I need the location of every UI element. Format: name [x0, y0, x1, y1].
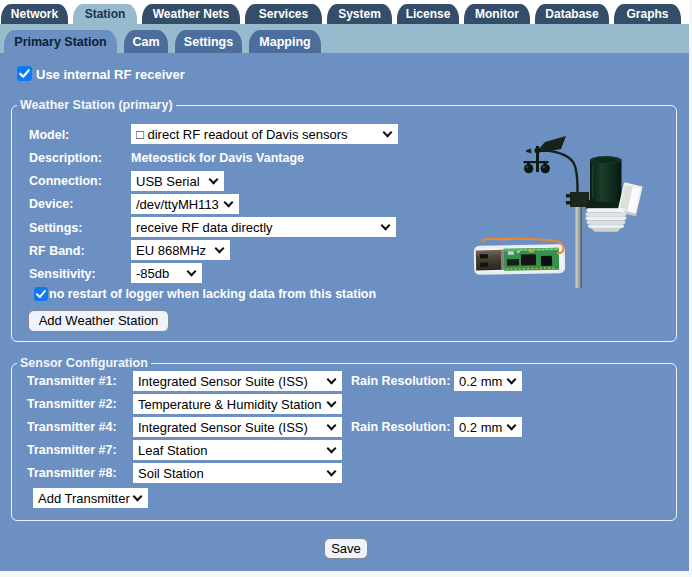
- connection-label: Connection:: [29, 174, 102, 188]
- tab-services[interactable]: Services: [245, 4, 322, 24]
- no-restart-label: no restart of logger when lacking data f…: [49, 287, 376, 301]
- sensitivity-select[interactable]: -85db: [131, 263, 202, 283]
- transmitter-2-select[interactable]: Temperature & Humidity Station: [133, 394, 342, 414]
- select-value: receive RF data directly: [136, 220, 378, 235]
- tab-license[interactable]: License: [397, 4, 459, 24]
- use-internal-rf-checkbox[interactable]: [17, 66, 32, 81]
- model-label: Model:: [29, 128, 69, 142]
- primary-tab-bar: Network Station Weather Nets Services Sy…: [0, 0, 689, 24]
- select-value: Leaf Station: [138, 443, 324, 458]
- select-value: 0.2 mm: [459, 374, 504, 389]
- rf-band-select[interactable]: EU 868MHz: [131, 240, 230, 260]
- chevron-down-icon: [327, 421, 337, 431]
- tab-station[interactable]: Station: [73, 4, 137, 24]
- chevron-down-icon: [327, 398, 337, 408]
- select-value: Soil Station: [138, 466, 324, 481]
- select-value: EU 868MHz: [136, 243, 212, 258]
- tab-network[interactable]: Network: [1, 4, 68, 24]
- save-button[interactable]: Save: [324, 538, 368, 559]
- chevron-down-icon: [507, 375, 517, 385]
- tab-settings[interactable]: Settings: [175, 30, 242, 53]
- select-value: -85db: [136, 266, 184, 281]
- transmitter-1-select[interactable]: Integrated Sensor Suite (ISS): [133, 371, 342, 391]
- weather-station-legend: Weather Station (primary): [17, 99, 176, 112]
- transmitter-7-select[interactable]: Leaf Station: [133, 440, 342, 460]
- select-value: Integrated Sensor Suite (ISS): [138, 374, 324, 389]
- rain-resolution-1-select[interactable]: 0.2 mm: [454, 371, 522, 391]
- select-value: USB Serial: [136, 174, 206, 189]
- tab-system[interactable]: System: [327, 4, 392, 24]
- tab-cam[interactable]: Cam: [124, 30, 168, 53]
- primary-station-panel: Use internal RF receiver Weather Station…: [0, 53, 689, 571]
- tab-weather-nets[interactable]: Weather Nets: [142, 4, 240, 24]
- rf-band-label: RF Band:: [29, 244, 85, 258]
- description-value: Meteostick for Davis Vantage: [131, 151, 304, 165]
- add-weather-station-button[interactable]: Add Weather Station: [28, 310, 169, 332]
- rain-resolution-4-select[interactable]: 0.2 mm: [454, 417, 522, 437]
- transmitter-4-label: Transmitter #4:: [27, 420, 117, 434]
- settings-label: Settings:: [29, 221, 82, 235]
- no-restart-checkbox[interactable]: [34, 287, 48, 301]
- connection-select[interactable]: USB Serial: [131, 171, 224, 191]
- settings-select[interactable]: receive RF data directly: [131, 217, 396, 237]
- rain-resolution-1-label: Rain Resolution:: [351, 374, 450, 388]
- description-label: Description:: [29, 151, 102, 165]
- tab-monitor[interactable]: Monitor: [464, 4, 530, 24]
- chevron-down-icon: [383, 128, 393, 138]
- sensitivity-label: Sensitivity:: [29, 267, 96, 281]
- transmitter-8-select[interactable]: Soil Station: [133, 463, 342, 483]
- device-label: Device:: [29, 197, 73, 211]
- chevron-down-icon: [327, 375, 337, 385]
- transmitter-8-label: Transmitter #8:: [27, 466, 117, 480]
- chevron-down-icon: [327, 467, 337, 477]
- tab-primary-station[interactable]: Primary Station: [4, 30, 117, 53]
- rain-resolution-4-label: Rain Resolution:: [351, 420, 450, 434]
- tab-database[interactable]: Database: [535, 4, 609, 24]
- chevron-down-icon: [187, 267, 197, 277]
- sensor-configuration-legend: Sensor Configuration: [17, 357, 151, 370]
- meteobridge-page: Network Station Weather Nets Services Sy…: [0, 0, 689, 571]
- transmitter-2-label: Transmitter #2:: [27, 397, 117, 411]
- select-value: Temperature & Humidity Station: [138, 397, 324, 412]
- davis-station-and-meteostick-image: [445, 125, 645, 295]
- chevron-down-icon: [209, 175, 219, 185]
- tab-mapping[interactable]: Mapping: [249, 30, 321, 53]
- select-value: Add Transmitter: [38, 491, 130, 506]
- sensor-configuration-fieldset: Sensor Configuration Transmitter #1: Int…: [11, 363, 677, 521]
- transmitter-7-label: Transmitter #7:: [27, 443, 117, 457]
- transmitter-4-select[interactable]: Integrated Sensor Suite (ISS): [133, 417, 342, 437]
- chevron-down-icon: [381, 221, 391, 231]
- device-select[interactable]: /dev/ttyMH113: [131, 194, 239, 214]
- transmitter-1-label: Transmitter #1:: [27, 374, 117, 388]
- tab-graphs[interactable]: Graphs: [614, 4, 681, 24]
- select-value: 0.2 mm: [459, 420, 504, 435]
- select-value: /dev/ttyMH113: [136, 197, 221, 212]
- chevron-down-icon: [327, 444, 337, 454]
- chevron-down-icon: [507, 421, 517, 431]
- select-value: Integrated Sensor Suite (ISS): [138, 420, 324, 435]
- chevron-down-icon: [215, 244, 225, 254]
- select-value: □ direct RF readout of Davis sensors: [136, 127, 380, 142]
- chevron-down-icon: [133, 492, 143, 502]
- secondary-tab-bar: Primary Station Cam Settings Mapping: [0, 30, 689, 53]
- add-transmitter-select[interactable]: Add Transmitter: [33, 488, 148, 508]
- model-select[interactable]: □ direct RF readout of Davis sensors: [131, 124, 398, 144]
- chevron-down-icon: [224, 198, 234, 208]
- use-internal-rf-label: Use internal RF receiver: [36, 67, 185, 82]
